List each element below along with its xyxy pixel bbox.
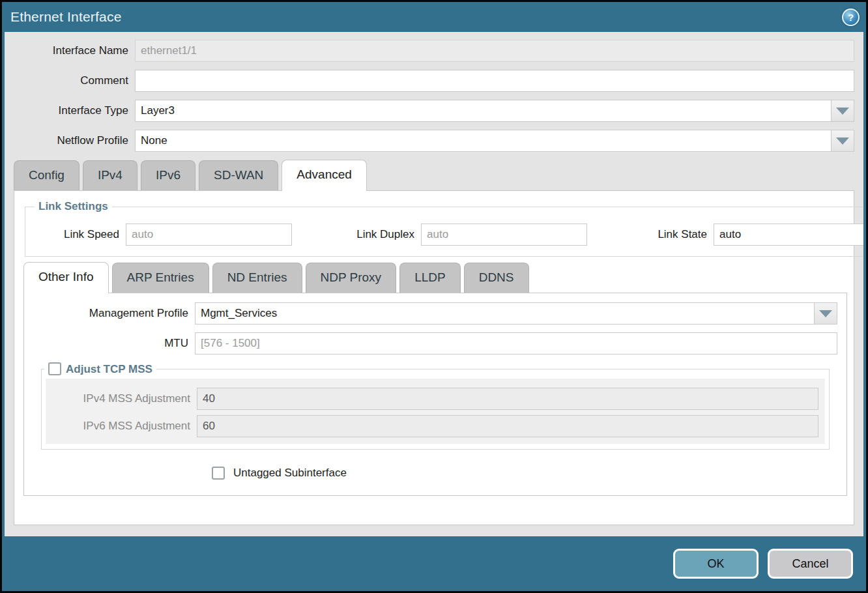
ipv6-mss-row: IPv6 MSS Adjustment — [46, 415, 818, 437]
link-settings-legend: Link Settings — [35, 200, 112, 213]
ipv4-mss-field — [197, 388, 818, 410]
mss-disabled-area: IPv4 MSS Adjustment IPv6 MSS Adjustment — [46, 379, 825, 444]
link-speed-label: Link Speed — [32, 228, 126, 241]
subtab-other-info[interactable]: Other Info — [23, 262, 109, 293]
dialog-footer: OK Cancel — [2, 536, 866, 591]
tab-advanced[interactable]: Advanced — [282, 160, 367, 191]
comment-row: Comment — [5, 70, 854, 92]
management-profile-dropdown[interactable] — [195, 302, 837, 325]
adjust-tcp-mss-legend-text: Adjust TCP MSS — [66, 363, 152, 375]
tab-sdwan[interactable]: SD-WAN — [199, 160, 278, 190]
mtu-label: MTU — [24, 337, 195, 350]
interface-name-row: Interface Name — [5, 40, 854, 62]
chevron-down-icon — [836, 137, 849, 145]
netflow-profile-dropdown[interactable] — [135, 130, 854, 152]
subtab-ddns[interactable]: DDNS — [464, 263, 529, 293]
mtu-row: MTU — [24, 332, 837, 354]
tab-ipv6[interactable]: IPv6 — [141, 160, 195, 190]
netflow-profile-row: Netflow Profile — [5, 130, 854, 152]
interface-type-dropdown-button[interactable] — [831, 100, 854, 122]
dialog-body: Interface Name Comment Interface Type Ne… — [5, 32, 863, 536]
untagged-subinterface-checkbox[interactable] — [212, 467, 225, 480]
link-duplex-field[interactable] — [421, 224, 587, 246]
untagged-subinterface-label: Untagged Subinterface — [233, 467, 347, 480]
netflow-profile-value[interactable] — [135, 130, 831, 152]
link-state-value[interactable] — [714, 224, 863, 246]
interface-type-value[interactable] — [135, 100, 831, 122]
interface-name-field — [135, 40, 854, 62]
chevron-down-icon — [819, 310, 832, 317]
interface-name-label: Interface Name — [5, 44, 135, 57]
main-tabs: Config IPv4 IPv6 SD-WAN Advanced — [5, 160, 863, 190]
link-settings-fieldset: Link Settings Link Speed Link Duplex Lin… — [25, 200, 863, 257]
link-speed-field[interactable] — [126, 224, 292, 246]
ethernet-interface-dialog: Ethernet Interface ? Interface Name Comm… — [0, 0, 868, 593]
link-duplex-label: Link Duplex — [323, 228, 421, 241]
tab-config[interactable]: Config — [14, 160, 80, 190]
interface-type-label: Interface Type — [5, 104, 135, 117]
management-profile-row: Management Profile — [24, 302, 837, 325]
adjust-tcp-mss-fieldset: Adjust TCP MSS IPv4 MSS Adjustment IPv6 … — [41, 362, 830, 450]
sub-tabs: Other Info ARP Entries ND Entries NDP Pr… — [14, 262, 854, 293]
netflow-profile-dropdown-button[interactable] — [831, 130, 854, 152]
management-profile-value[interactable] — [195, 302, 814, 325]
help-icon[interactable]: ? — [842, 8, 860, 26]
link-state-label: Link State — [628, 228, 714, 241]
ipv4-mss-row: IPv4 MSS Adjustment — [46, 388, 818, 410]
advanced-tab-panel: Link Settings Link Speed Link Duplex Lin… — [14, 190, 854, 525]
comment-label: Comment — [5, 74, 135, 87]
netflow-profile-label: Netflow Profile — [5, 134, 135, 147]
interface-type-row: Interface Type — [5, 100, 854, 122]
ok-button[interactable]: OK — [673, 549, 759, 579]
ipv6-mss-label: IPv6 MSS Adjustment — [46, 420, 197, 433]
subtab-lldp[interactable]: LLDP — [399, 263, 461, 293]
management-profile-label: Management Profile — [24, 307, 195, 320]
tab-ipv4[interactable]: IPv4 — [83, 160, 137, 190]
comment-field[interactable] — [135, 70, 854, 92]
ipv6-mss-field — [197, 415, 818, 437]
mtu-field[interactable] — [195, 332, 837, 354]
adjust-tcp-mss-legend: Adjust TCP MSS — [44, 362, 156, 376]
ipv4-mss-label: IPv4 MSS Adjustment — [46, 392, 197, 405]
management-profile-dropdown-button[interactable] — [814, 302, 837, 325]
link-state-dropdown[interactable] — [714, 224, 863, 246]
link-settings-row: Link Speed Link Duplex Link State — [32, 224, 863, 246]
subtab-arp-entries[interactable]: ARP Entries — [112, 263, 209, 293]
adjust-tcp-mss-checkbox[interactable] — [48, 362, 61, 375]
cancel-button[interactable]: Cancel — [768, 549, 853, 579]
chevron-down-icon — [836, 108, 849, 115]
subtab-nd-entries[interactable]: ND Entries — [212, 263, 302, 293]
untagged-subinterface-row: Untagged Subinterface — [212, 467, 846, 480]
subtab-ndp-proxy[interactable]: NDP Proxy — [306, 263, 397, 293]
other-info-panel: Management Profile MTU Adjust TCP MSS — [23, 293, 847, 496]
titlebar: Ethernet Interface ? — [2, 2, 866, 32]
interface-type-dropdown[interactable] — [135, 100, 854, 122]
dialog-title: Ethernet Interface — [10, 9, 122, 25]
